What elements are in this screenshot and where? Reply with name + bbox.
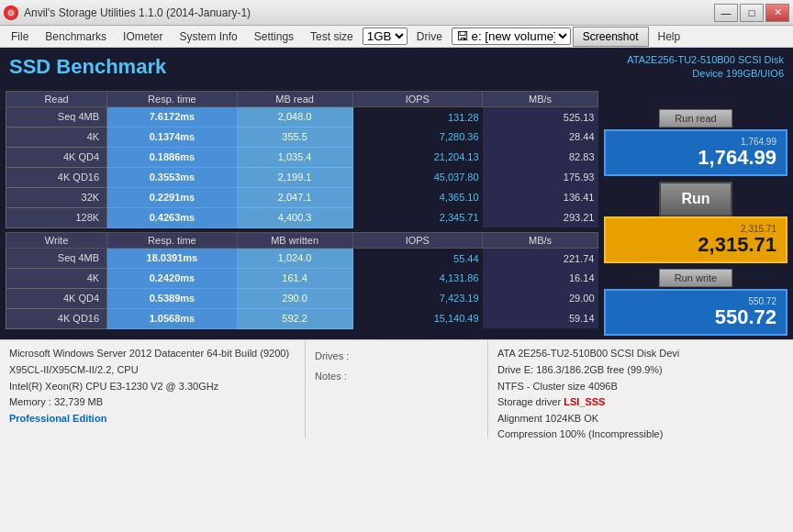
read-table-row: 128K 0.4263ms 4,400.3 2,345.71 293.21 — [6, 207, 598, 227]
read-label-cell: 4K — [6, 127, 107, 147]
read-mbs-cell: 175.93 — [483, 167, 598, 187]
write-resp-cell: 1.0568ms — [107, 308, 238, 328]
iops-col-header: IOPS — [352, 91, 483, 106]
read-label-cell: Seq 4MB — [6, 106, 107, 127]
read-mbs-cell: 82.83 — [483, 147, 598, 167]
read-col-header: Read — [6, 91, 107, 106]
write-mbs-cell: 29.00 — [483, 288, 598, 308]
read-mbs-cell: 28.44 — [483, 127, 598, 147]
write-label-cell: Seq 4MB — [6, 248, 107, 268]
read-label-cell: 32K — [6, 187, 107, 207]
total-score-box: 2,315.71 2,315.71 — [604, 216, 787, 263]
disk-storage-driver: Storage driver LSI_SSS — [497, 394, 784, 411]
menu-benchmarks[interactable]: Benchmarks — [38, 28, 114, 45]
disk-compression: Compression 100% (Incompressible) — [497, 427, 784, 443]
read-resp-cell: 0.3553ms — [107, 167, 238, 187]
run-read-button[interactable]: Run read — [659, 109, 732, 127]
screenshot-button[interactable]: Screenshot — [573, 27, 649, 47]
write-label-cell: 4K — [6, 268, 107, 288]
minimize-button[interactable]: — — [714, 4, 738, 22]
total-score-large: 2,315.71 — [615, 234, 776, 256]
disk-fs: NTFS - Cluster size 4096B — [497, 379, 784, 395]
write-score-box: 550.72 550.72 — [604, 289, 787, 336]
write-iops-cell: 55.44 — [352, 248, 483, 268]
write-mbs-col-header: MB/s — [483, 232, 598, 248]
menu-file[interactable]: File — [4, 28, 36, 45]
read-iops-cell: 2,345.71 — [352, 207, 483, 227]
disk-alignment: Alignment 1024KB OK — [497, 411, 784, 427]
score-panel: Run read 1,764.99 1,764.99 Run 2,315.71 … — [604, 91, 787, 337]
app-icon: ⊙ — [4, 6, 18, 20]
read-label-cell: 4K QD16 — [6, 167, 107, 187]
menu-testsize-label: Test size — [303, 28, 361, 45]
read-resp-cell: 7.6172ms — [107, 106, 238, 127]
read-score-box: 1,764.99 1,764.99 — [604, 129, 787, 176]
drive-select[interactable]: 🖫 e: [new volume] — [452, 28, 571, 45]
read-iops-cell: 45,037.80 — [352, 167, 483, 187]
write-table-row: 4K QD16 1.0568ms 592.2 15,140.49 59.14 — [6, 308, 598, 328]
read-mb-cell: 2,048.0 — [237, 106, 352, 127]
read-table-row: 4K 0.1374ms 355.5 7,280.36 28.44 — [6, 127, 598, 147]
read-resp-cell: 0.1886ms — [107, 147, 238, 167]
write-label-cell: 4K QD16 — [6, 308, 107, 328]
test-size-select[interactable]: 1GB 2GB 4GB — [363, 28, 408, 45]
write-mbs-cell: 59.14 — [483, 308, 598, 328]
run-button[interactable]: Run — [659, 182, 732, 216]
resptime-col-header: Resp. time — [107, 91, 238, 106]
read-label-cell: 128K — [6, 207, 107, 227]
mbwritten-col-header: MB written — [237, 232, 352, 248]
sys-info: Microsoft Windows Server 2012 Datacenter… — [0, 340, 305, 438]
close-button[interactable]: ✕ — [765, 4, 789, 22]
menu-settings[interactable]: Settings — [247, 28, 301, 45]
read-mb-cell: 355.5 — [237, 127, 352, 147]
write-iops-col-header: IOPS — [352, 232, 483, 248]
menu-iometer[interactable]: IOmeter — [116, 28, 170, 45]
read-mbs-cell: 293.21 — [483, 207, 598, 227]
read-mb-cell: 2,199.1 — [237, 167, 352, 187]
disk-detail-panel: ATA 2E256-TU2-510B00 SCSI Disk Devi Driv… — [488, 340, 793, 438]
write-label-cell: 4K QD4 — [6, 288, 107, 308]
read-iops-cell: 21,204.13 — [352, 147, 483, 167]
write-iops-cell: 4,131.86 — [352, 268, 483, 288]
read-mb-cell: 2,047.1 — [237, 187, 352, 207]
read-mbs-cell: 525.13 — [483, 106, 598, 127]
title-bar: ⊙ Anvil's Storage Utilities 1.1.0 (2014-… — [0, 0, 793, 26]
mbs-col-header: MB/s — [483, 91, 598, 106]
notes-label: Notes : — [315, 366, 478, 386]
bottom-info: Microsoft Windows Server 2012 Datacenter… — [0, 339, 793, 438]
write-mbs-cell: 221.74 — [483, 248, 598, 268]
disk-drive: Drive E: 186.3/186.2GB free (99.9%) — [497, 362, 784, 379]
cpu-platform: X95CL-II/X95CM-II/2.2, CPU — [9, 362, 296, 379]
read-label-cell: 4K QD4 — [6, 147, 107, 167]
memory-info: Memory : 32,739 MB — [9, 394, 296, 411]
read-iops-cell: 7,280.36 — [352, 127, 483, 147]
write-table: Write Resp. time MB written IOPS MB/s Se… — [6, 232, 598, 329]
maximize-button[interactable]: □ — [740, 4, 764, 22]
read-table-row: Seq 4MB 7.6172ms 2,048.0 131.28 525.13 — [6, 106, 598, 127]
write-iops-cell: 7,423.19 — [352, 288, 483, 308]
read-resp-cell: 0.4263ms — [107, 207, 238, 227]
table-area: Read Resp. time MB read IOPS MB/s Seq 4M… — [6, 91, 598, 337]
read-resp-cell: 0.2291ms — [107, 187, 238, 207]
read-mb-cell: 4,400.3 — [237, 207, 352, 227]
write-mb-cell: 161.4 — [237, 268, 352, 288]
read-score-large: 1,764.99 — [615, 147, 776, 169]
write-col-header: Write — [6, 232, 107, 248]
main-content: Read Resp. time MB read IOPS MB/s Seq 4M… — [0, 87, 793, 340]
menu-help[interactable]: Help — [651, 28, 688, 45]
write-resp-cell: 18.0391ms — [107, 248, 238, 268]
mbread-col-header: MB read — [237, 91, 352, 106]
write-mbs-cell: 16.14 — [483, 268, 598, 288]
write-score-large: 550.72 — [615, 306, 776, 328]
read-table-row: 32K 0.2291ms 2,047.1 4,365.10 136.41 — [6, 187, 598, 207]
read-table: Read Resp. time MB read IOPS MB/s Seq 4M… — [6, 91, 598, 228]
menu-drive-label: Drive — [409, 28, 450, 45]
read-mb-cell: 1,035.4 — [237, 147, 352, 167]
write-table-row: 4K 0.2420ms 161.4 4,131.86 16.14 — [6, 268, 598, 288]
cpu-info: Intel(R) Xeon(R) CPU E3-1230 V2 @ 3.30GH… — [9, 379, 296, 395]
menu-sysinfo[interactable]: System Info — [172, 28, 244, 45]
run-write-button[interactable]: Run write — [659, 269, 732, 287]
os-info: Microsoft Windows Server 2012 Datacenter… — [9, 346, 296, 362]
disk-info: ATA2E256-TU2-510B00 SCSI Disk Device 199… — [627, 53, 784, 82]
edition-label: Professional Edition — [9, 411, 296, 427]
